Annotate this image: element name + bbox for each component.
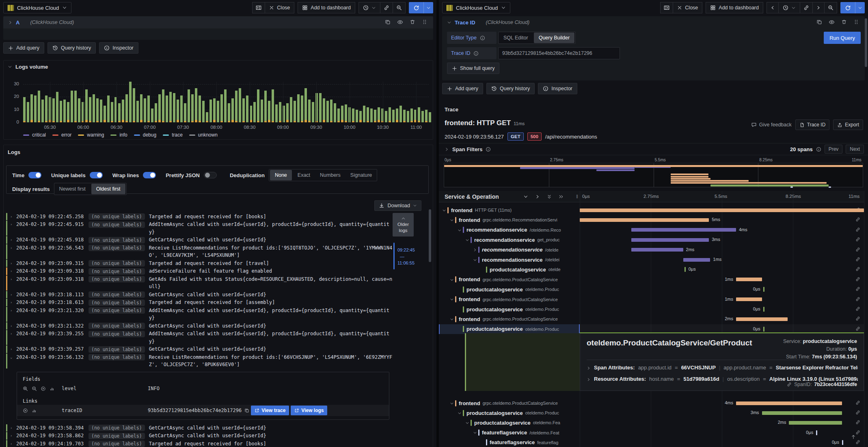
span-duration-bar[interactable]	[736, 278, 762, 281]
span-name-cell[interactable]: frontendHTTP GET (11ms)	[439, 205, 580, 215]
span-attributes[interactable]: Span Attributes:app.product.id=66VCHSJNU…	[587, 365, 858, 371]
volume-bar[interactable]	[23, 97, 26, 123]
volume-bar[interactable]	[228, 103, 230, 122]
volume-bar[interactable]	[231, 98, 234, 122]
volume-bar[interactable]	[363, 106, 365, 122]
legend-item-unknown[interactable]: unknown	[189, 132, 218, 138]
prettify-json-toggle[interactable]	[204, 172, 217, 178]
volume-bar[interactable]	[118, 103, 121, 122]
span-collapse-chevron[interactable]	[450, 296, 455, 303]
download-button[interactable]: Download	[374, 200, 421, 211]
volume-bar[interactable]	[367, 107, 369, 123]
unique-labels-toggle[interactable]	[90, 172, 103, 178]
span-row[interactable]: frontendgrpc.oteldemo.ProductCatalogServ…	[439, 314, 864, 324]
span-collapse-chevron[interactable]	[458, 409, 463, 417]
span-name-cell[interactable]: recommendationservice/oteldemo.Reco	[439, 225, 580, 235]
volume-bar[interactable]	[297, 94, 300, 122]
zoom-out-time-button[interactable]	[393, 2, 406, 13]
volume-bar[interactable]	[144, 98, 146, 122]
span-duration-bar[interactable]	[736, 401, 842, 405]
next-span-button[interactable]: Next	[846, 145, 864, 154]
close-split-button[interactable]: Close	[265, 2, 294, 13]
volume-bar[interactable]	[56, 92, 58, 122]
volume-bar[interactable]	[294, 101, 296, 122]
log-row[interactable]: ›2024-02-19 09:23:39.255(no unique label…	[6, 330, 423, 345]
span-name-cell[interactable]: productcatalogserviceoteldemo.Fea	[439, 418, 580, 427]
volume-bar[interactable]	[323, 98, 325, 122]
log-row[interactable]: ›2024-02-19 09:23:09.318(no unique label…	[6, 275, 423, 291]
span-duration-bar[interactable]	[631, 238, 709, 242]
log-expand-chevron[interactable]: ›	[10, 260, 16, 267]
split-pane-icon-button[interactable]	[252, 2, 265, 13]
span-name-cell[interactable]: recommendationservice/otelde	[439, 245, 580, 255]
show-full-query-button[interactable]: Show full query	[447, 63, 499, 74]
dedup-option-numbers[interactable]: Numbers	[315, 170, 345, 180]
span-duration-bar[interactable]	[580, 208, 864, 212]
log-row[interactable]: ›2024-02-19 09:23:09.318(no unique label…	[6, 267, 423, 276]
span-name-cell[interactable]: featureflagservicefeatureflag	[439, 438, 580, 447]
span-duration-bar[interactable]	[631, 248, 683, 252]
volume-bar[interactable]	[191, 94, 194, 122]
dedup-option-none[interactable]: None	[270, 170, 292, 180]
volume-bar[interactable]	[30, 94, 33, 122]
wrap-lines-toggle[interactable]	[143, 172, 156, 178]
span-name-cell[interactable]: recommendationserviceget_produc	[439, 235, 580, 245]
log-row[interactable]: ›2024-02-19 09:23:58.862(no unique label…	[6, 432, 423, 440]
volume-bar[interactable]	[279, 102, 281, 122]
volume-bar[interactable]	[235, 91, 238, 122]
span-row[interactable]: recommendationservice/oteldemo.Reco4ms	[439, 225, 864, 235]
span-name-cell[interactable]: productcatalogserviceoteldemo.Produc	[439, 324, 580, 334]
span-duration-bar[interactable]	[631, 228, 736, 232]
log-row[interactable]: ›2024-02-19 09:23:21.322(no unique label…	[6, 322, 423, 330]
query-row-trace-id[interactable]: Trace ID (ClickHouse Cloud)	[442, 16, 865, 28]
span-collapse-chevron[interactable]	[473, 429, 478, 436]
volume-bar[interactable]	[418, 107, 420, 123]
log-row[interactable]: ›2024-02-19 09:22:45.915(no unique label…	[6, 221, 423, 236]
prev-span-button[interactable]: Prev	[825, 145, 843, 154]
shift-time-back-button[interactable]	[767, 2, 779, 13]
collapse-all-icon[interactable]	[547, 194, 552, 199]
log-expand-chevron[interactable]: ›	[10, 291, 16, 298]
volume-bar[interactable]	[385, 111, 387, 122]
volume-bar[interactable]	[151, 108, 153, 122]
volume-bar[interactable]	[78, 98, 80, 122]
order-option-newest-first[interactable]: Newest first	[54, 184, 91, 194]
resource-attributes[interactable]: Resource Attributes:host.name=51d7989a61…	[587, 376, 858, 382]
log-expand-chevron[interactable]: ›	[10, 322, 16, 330]
log-row[interactable]: ›2024-02-19 09:22:56.543(no unique label…	[6, 244, 423, 259]
volume-bar[interactable]	[410, 108, 413, 122]
log-expand-chevron[interactable]: ›	[10, 267, 16, 275]
span-collapse-chevron[interactable]	[473, 256, 478, 263]
span-row[interactable]: recommendationservice/oteldei1ms	[439, 255, 864, 265]
span-row[interactable]: productcatalogserviceoteldemo.Fea2ms	[439, 418, 864, 427]
volume-bar[interactable]	[188, 89, 190, 122]
volume-bar[interactable]	[60, 101, 62, 122]
span-duration-bar[interactable]	[762, 411, 842, 415]
expand-one-icon[interactable]	[535, 194, 540, 199]
volume-bar[interactable]	[272, 89, 274, 122]
volume-bar[interactable]	[166, 95, 168, 122]
span-row[interactable]: recommendationservice/otelde2ms	[439, 245, 864, 255]
copy-query-icon[interactable]	[385, 19, 391, 25]
volume-bar[interactable]	[180, 95, 183, 122]
volume-bar[interactable]	[359, 111, 362, 122]
volume-bar[interactable]	[301, 95, 303, 122]
view-trace-button[interactable]: View trace	[251, 406, 289, 415]
query-history-button[interactable]: Query history	[48, 42, 96, 54]
legend-item-info[interactable]: info	[110, 132, 127, 138]
volume-bar[interactable]	[104, 106, 106, 122]
add-query-button[interactable]: Add query	[3, 42, 44, 54]
volume-bar[interactable]	[399, 106, 402, 122]
span-filters-bar[interactable]: Span Filters 20 spans Prev Next	[439, 143, 868, 155]
span-name-cell[interactable]: productcatalogserviceoteldemo.Produc	[439, 284, 580, 294]
volume-bar[interactable]	[308, 100, 311, 122]
span-name-cell[interactable]: productcatalogserviceoteldemo.Produc	[439, 408, 580, 418]
log-expand-chevron[interactable]: ›	[10, 221, 16, 228]
add-query-button[interactable]: Add query	[442, 83, 483, 94]
legend-item-warning[interactable]: warning	[78, 132, 104, 138]
volume-bar[interactable]	[253, 102, 256, 122]
volume-bar[interactable]	[111, 102, 113, 122]
toggle-query-visibility-icon[interactable]	[829, 19, 835, 25]
volume-bar[interactable]	[122, 100, 124, 122]
span-row[interactable]: productcatalogserviceoteldemo.Produc0μs	[439, 304, 864, 314]
